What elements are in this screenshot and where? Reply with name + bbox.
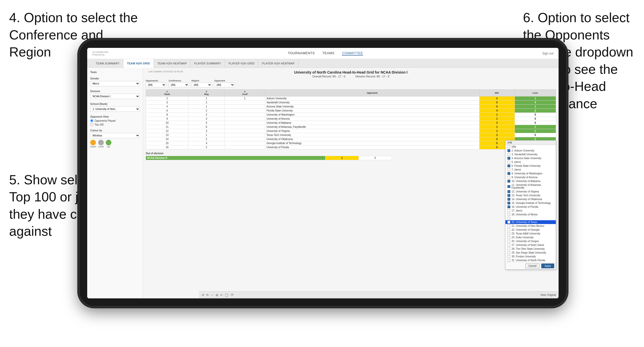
dropdown-checkbox[interactable] — [507, 255, 510, 258]
dropdown-checkbox[interactable] — [507, 157, 510, 160]
dropdown-item[interactable]: 30. Purdue University — [505, 255, 556, 258]
dropdown-checkbox[interactable] — [507, 251, 510, 254]
filter-opponent-select[interactable]: (All) — [214, 82, 235, 87]
dropdown-item[interactable]: 4. Arizona State University — [505, 156, 556, 160]
sidebar-colour-section: Colour by Win/loss Down Level — [90, 129, 140, 148]
dropdown-checkbox[interactable] — [507, 153, 510, 156]
dropdown-checkbox[interactable] — [507, 240, 510, 243]
subnav-team-h2h-grid[interactable]: TEAM H2H GRID — [123, 59, 154, 68]
dropdown-checkbox[interactable] — [507, 185, 510, 188]
td-reg: 5 — [188, 121, 224, 125]
dropdown-checkbox[interactable] — [507, 236, 510, 239]
nav-tournaments[interactable]: TOURNAMENTS — [288, 51, 315, 55]
radio-top-100[interactable]: Top 100 — [90, 123, 140, 126]
dropdown-checkbox[interactable] — [507, 172, 510, 175]
radio-opponents-played-input[interactable] — [90, 119, 93, 122]
dropdown-item[interactable]: 25. University of Oregon — [505, 239, 556, 243]
dropdown-item[interactable]: 17. (item) — [505, 209, 556, 213]
dropdown-checkbox[interactable] — [507, 145, 510, 148]
dropdown-item[interactable] — [505, 216, 556, 220]
dropdown-item[interactable]: 7. (item) — [505, 168, 556, 172]
dropdown-item[interactable]: 27. University of Notre Dame — [505, 243, 556, 247]
subnav-player-h2h-heatmap[interactable]: PLAYER H2H HEATMAP — [258, 59, 298, 68]
sidebar-division-select[interactable]: NCAA Division I — [90, 94, 140, 99]
sidebar-colour-label: Colour by — [90, 129, 140, 132]
nav-signout[interactable]: Sign out — [542, 52, 553, 55]
copy-icon[interactable]: ⧉ — [216, 293, 218, 297]
cut-icon[interactable]: ✂ — [220, 293, 223, 297]
dropdown-checkbox[interactable] — [507, 213, 510, 216]
radio-top-100-input[interactable] — [90, 123, 93, 126]
paste-icon[interactable]: 📋 — [225, 293, 229, 297]
td-win: 5 — [479, 105, 515, 109]
dropdown-checkbox[interactable] — [507, 168, 510, 171]
td-conf: 1 — [224, 96, 265, 101]
dropdown-item[interactable]: 2. Auburn University — [505, 149, 556, 152]
dropdown-checkbox[interactable] — [507, 176, 510, 179]
dropdown-checkbox[interactable] — [507, 190, 510, 193]
dropdown-checkbox[interactable] — [507, 232, 510, 235]
dropdown-checkbox[interactable] — [507, 259, 510, 262]
dropdown-item[interactable]: (All) — [505, 145, 556, 149]
dropdown-checkbox[interactable] — [507, 228, 510, 231]
dropdown-checkbox[interactable] — [507, 217, 510, 220]
cancel-button[interactable]: Cancel — [525, 263, 540, 268]
filter-opponents-select[interactable]: (All) — [146, 82, 166, 87]
undo-icon[interactable]: ↺ — [202, 293, 204, 297]
dropdown-item[interactable]: 6. Florida State University — [505, 164, 556, 168]
sidebar-school-select[interactable]: 1. University of Nort... — [90, 106, 140, 112]
nav-teams[interactable]: TEAMS — [322, 51, 334, 55]
radio-opponents-played[interactable]: Opponents Played — [90, 119, 140, 122]
dropdown-item[interactable]: 29. San Diego State University — [505, 251, 556, 255]
dropdown-checkbox[interactable] — [507, 149, 510, 152]
dropdown-item[interactable]: 21. University of New Mexico — [505, 224, 556, 228]
dropdown-item[interactable]: 28. The Ohio State University — [505, 247, 556, 251]
dropdown-checkbox[interactable] — [507, 205, 510, 208]
subnav-player-h2h-grid[interactable]: PLAYER H2H GRID — [225, 59, 259, 68]
dropdown-item[interactable]: 15. Georgia Institute of Technology — [505, 201, 556, 205]
dropdown-item[interactable]: 16. University of Florida — [505, 205, 556, 209]
sidebar-colour-select[interactable]: Win/loss — [90, 133, 140, 138]
nav-committee[interactable]: COMMITTEE — [342, 51, 363, 55]
dropdown-item[interactable]: 24. Duke University — [505, 235, 556, 239]
dropdown-checkbox[interactable] — [507, 194, 510, 197]
dropdown-item[interactable]: 12. University of Virginia — [505, 190, 556, 193]
sidebar-team-label: Team — [90, 71, 140, 74]
dropdown-item[interactable]: 13. Texas Tech University — [505, 193, 556, 197]
dropdown-item[interactable]: 23. Texas A&M University — [505, 232, 556, 235]
subnav-player-summary[interactable]: PLAYER SUMMARY — [191, 59, 225, 68]
dropdown-item[interactable]: 18. University of Illinois — [505, 213, 556, 216]
dropdown-item[interactable]: 20. University of Texas — [505, 220, 556, 224]
dropdown-checkbox[interactable] — [507, 180, 510, 183]
dropdown-item[interactable]: 9. University of Arizona — [505, 175, 556, 179]
subnav-team-summary[interactable]: TEAM SUMMARY — [92, 59, 123, 68]
dropdown-item[interactable]: 5. (item) — [505, 160, 556, 164]
dropdown-item[interactable]: 22. University of Georgia — [505, 228, 556, 232]
dropdown-checkbox[interactable] — [507, 244, 510, 246]
dropdown-checkbox[interactable] — [507, 202, 510, 204]
dropdown-checkbox[interactable] — [507, 221, 510, 224]
back-icon[interactable]: ← — [211, 293, 214, 297]
filter-conference-select[interactable]: (All) — [169, 82, 189, 87]
dropdown-item-label: 12. University of Virginia — [512, 190, 539, 193]
clock-icon[interactable]: ⏱ — [231, 293, 234, 297]
dropdown-checkbox[interactable] — [507, 247, 510, 250]
dropdown-checkbox[interactable] — [507, 161, 510, 163]
dropdown-item[interactable]: 8. University of Washington — [505, 172, 556, 175]
dropdown-checkbox[interactable] — [507, 225, 510, 227]
dropdown-item[interactable]: 14. University of Oklahoma — [505, 197, 556, 201]
dropdown-checkbox[interactable] — [507, 198, 510, 201]
dropdown-checkbox[interactable] — [507, 164, 510, 167]
sidebar-gender-select[interactable]: Men's — [90, 81, 140, 86]
dropdown-item[interactable]: 3. Vanderbilt University — [505, 152, 556, 156]
subnav-team-h2h-heatmap[interactable]: TEAM H2H HEATMAP — [154, 59, 191, 68]
apply-button[interactable]: Apply — [541, 263, 554, 268]
redo-icon[interactable]: ↻ — [206, 293, 209, 297]
dropdown-item[interactable]: 31. University of North Florida — [505, 258, 556, 262]
opponent-dropdown[interactable]: (All) (All)2. Auburn University3. Vander… — [505, 140, 556, 270]
td-rank: 13 — [146, 133, 188, 137]
dropdown-item[interactable]: 11. University of Arkansas, Fayetteville — [505, 183, 556, 190]
filter-region-select[interactable]: (All) — [191, 82, 212, 87]
dropdown-checkbox[interactable] — [507, 209, 510, 212]
dropdown-item[interactable]: 10. University of Alabama — [505, 179, 556, 183]
